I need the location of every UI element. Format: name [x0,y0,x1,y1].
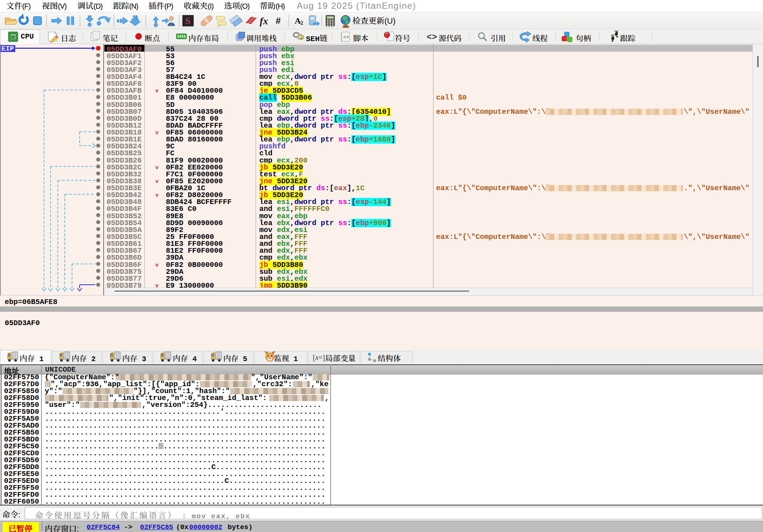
svg-text:EIP: EIP [1,45,14,53]
svg-text:<>: <> [343,35,349,40]
svg-text:#: # [276,16,281,26]
svg-text:<>: <> [427,32,437,42]
svg-text:32: 32 [11,35,15,39]
svg-text:fx: fx [260,15,268,27]
svg-text:[x=]: [x=] [313,353,325,361]
svg-text:!: ! [301,37,302,41]
svg-text:S: S [185,16,190,26]
svg-text:2: 2 [300,20,303,26]
